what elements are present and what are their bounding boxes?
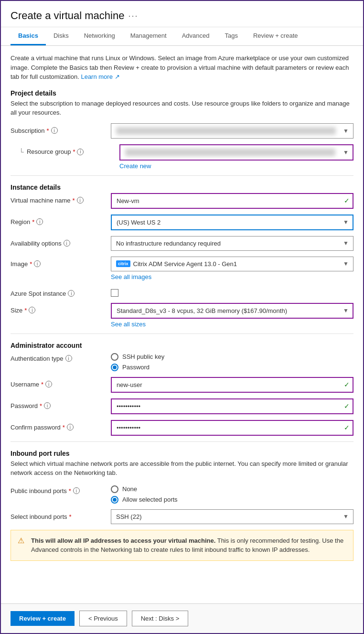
username-input[interactable] xyxy=(111,377,353,393)
next-disks-button[interactable]: Next : Disks > xyxy=(132,611,189,626)
auth-password-option[interactable]: Password xyxy=(111,364,353,371)
rg-info-icon[interactable]: i xyxy=(77,149,84,155)
resource-group-select[interactable] xyxy=(119,144,353,161)
region-info-icon[interactable]: i xyxy=(36,218,43,225)
auth-type-info-icon[interactable]: i xyxy=(65,355,72,362)
ports-none-radio[interactable] xyxy=(111,485,118,493)
create-new-link[interactable]: Create new xyxy=(119,162,151,170)
review-create-button[interactable]: Review + create xyxy=(11,611,75,626)
learn-more-link[interactable]: Learn more ↗ xyxy=(81,73,119,80)
select-ports-control: SSH (22) ▼ xyxy=(111,509,353,524)
auth-type-label: Authentication type i xyxy=(11,351,106,362)
image-row: Image * i citrix Citrix ADM Service Agen… xyxy=(11,257,353,280)
region-select[interactable]: (US) West US 2 xyxy=(111,215,353,230)
auth-ssh-radio[interactable] xyxy=(111,353,118,361)
region-select-wrapper: (US) West US 2 ▼ xyxy=(111,215,353,230)
image-brand-icon: citrix xyxy=(116,260,130,267)
region-label: Region * i xyxy=(11,215,106,226)
vm-name-control: ✓ xyxy=(111,193,353,209)
vm-name-check-icon: ✓ xyxy=(344,197,350,204)
subscription-info-icon[interactable]: i xyxy=(51,127,58,134)
username-label: Username * i xyxy=(11,377,106,388)
inbound-rules-title: Inbound port rules xyxy=(11,450,353,457)
tab-networking[interactable]: Networking xyxy=(76,27,123,45)
password-row: Password * i ✓ xyxy=(11,398,353,414)
confirm-password-info-icon[interactable]: i xyxy=(67,424,74,430)
ports-none-option[interactable]: None xyxy=(111,485,353,493)
tab-management[interactable]: Management xyxy=(123,27,174,45)
region-control: (US) West US 2 ▼ xyxy=(111,215,353,230)
vm-name-input[interactable] xyxy=(111,193,353,209)
auth-password-radio[interactable] xyxy=(111,364,118,371)
username-info-icon[interactable]: i xyxy=(45,381,52,387)
azure-spot-info-icon[interactable]: i xyxy=(68,290,75,297)
vm-name-info-icon[interactable]: i xyxy=(77,197,84,204)
vm-name-input-wrapper: ✓ xyxy=(111,193,353,209)
subscription-control: ▼ xyxy=(111,123,353,139)
azure-spot-label: Azure Spot instance i xyxy=(11,286,106,297)
public-ports-label: Public inbound ports * i xyxy=(11,484,106,494)
availability-row: Availability options i No infrastructure… xyxy=(11,236,353,251)
title-bar: Create a virtual machine ··· xyxy=(1,1,363,27)
project-details-desc: Select the subscription to manage deploy… xyxy=(11,99,353,118)
password-input[interactable] xyxy=(111,398,353,414)
azure-spot-row: Azure Spot instance i xyxy=(11,286,353,297)
availability-info-icon[interactable]: i xyxy=(64,240,70,247)
rg-required: * xyxy=(73,148,75,155)
image-label: Image * i xyxy=(11,257,106,268)
auth-type-radio-group: SSH public key Password xyxy=(111,351,353,371)
see-all-sizes-link[interactable]: See all sizes xyxy=(111,321,146,328)
public-ports-radio-group: None Allow selected ports xyxy=(111,484,353,504)
ports-allow-radio[interactable] xyxy=(111,496,118,504)
tab-review-create[interactable]: Review + create xyxy=(246,27,306,45)
previous-button[interactable]: < Previous xyxy=(79,611,127,626)
admin-account-title: Administrator account xyxy=(11,342,353,349)
password-label: Password * i xyxy=(11,398,106,409)
confirm-password-control: ✓ xyxy=(111,420,353,436)
select-ports-row: Select inbound ports * SSH (22) ▼ xyxy=(11,509,353,524)
password-info-icon[interactable]: i xyxy=(44,402,51,409)
image-info-icon[interactable]: i xyxy=(34,260,41,267)
subscription-select[interactable] xyxy=(111,123,353,139)
confirm-password-row: Confirm password * i ✓ xyxy=(11,420,353,436)
password-input-wrapper: ✓ xyxy=(111,398,353,414)
availability-control: No infrastructure redundancy required ▼ xyxy=(111,236,353,251)
public-ports-row: Public inbound ports * i None Allow sele… xyxy=(11,484,353,504)
confirm-password-label: Confirm password * i xyxy=(11,420,106,431)
confirm-password-input-wrapper: ✓ xyxy=(111,420,353,436)
auth-type-row: Authentication type i SSH public key Pas… xyxy=(11,351,353,371)
resource-group-label: └ Resource group * i xyxy=(19,144,115,156)
azure-spot-control xyxy=(111,286,353,297)
warning-box: ⚠ This will allow all IP addresses to ac… xyxy=(11,530,353,561)
confirm-password-input[interactable] xyxy=(111,420,353,436)
ports-allow-option[interactable]: Allow selected ports xyxy=(111,496,353,504)
size-label: Size * i xyxy=(11,303,106,314)
size-select[interactable]: Standard_D8s_v3 - 8 vcpus, 32 GiB memory… xyxy=(111,303,353,319)
size-select-wrapper: Standard_D8s_v3 - 8 vcpus, 32 GiB memory… xyxy=(111,303,353,319)
tab-tags[interactable]: Tags xyxy=(217,27,245,45)
tab-disks[interactable]: Disks xyxy=(46,27,76,45)
tab-basics[interactable]: Basics xyxy=(11,27,46,45)
subscription-row: Subscription * i ▼ xyxy=(11,123,353,139)
tab-advanced[interactable]: Advanced xyxy=(174,27,217,45)
inbound-rules-desc: Select which virtual machine network por… xyxy=(11,459,353,478)
divider-3 xyxy=(11,441,353,442)
availability-select[interactable]: No infrastructure redundancy required xyxy=(111,236,353,251)
public-ports-info-icon[interactable]: i xyxy=(73,487,80,494)
project-details-title: Project details xyxy=(11,89,353,97)
username-row: Username * i ✓ xyxy=(11,377,353,393)
azure-spot-checkbox[interactable] xyxy=(111,289,118,297)
vm-name-row: Virtual machine name * i ✓ xyxy=(11,193,353,209)
public-ports-control: None Allow selected ports xyxy=(111,484,353,504)
auth-ssh-option[interactable]: SSH public key xyxy=(111,353,353,361)
password-control: ✓ xyxy=(111,398,353,414)
main-content: Create a virtual machine that runs Linux… xyxy=(1,46,363,603)
size-info-icon[interactable]: i xyxy=(29,307,35,313)
password-check-icon: ✓ xyxy=(344,402,350,410)
select-ports-select[interactable]: SSH (22) xyxy=(111,509,353,524)
page-title: Create a virtual machine xyxy=(11,10,124,22)
image-select[interactable]: citrix Citrix ADM Service Agent 13.0 - G… xyxy=(111,257,353,271)
see-all-images-link[interactable]: See all images xyxy=(111,273,151,280)
warning-triangle-icon: ⚠ xyxy=(18,536,26,545)
resource-group-row: └ Resource group * i ▼ Create new xyxy=(11,144,353,170)
